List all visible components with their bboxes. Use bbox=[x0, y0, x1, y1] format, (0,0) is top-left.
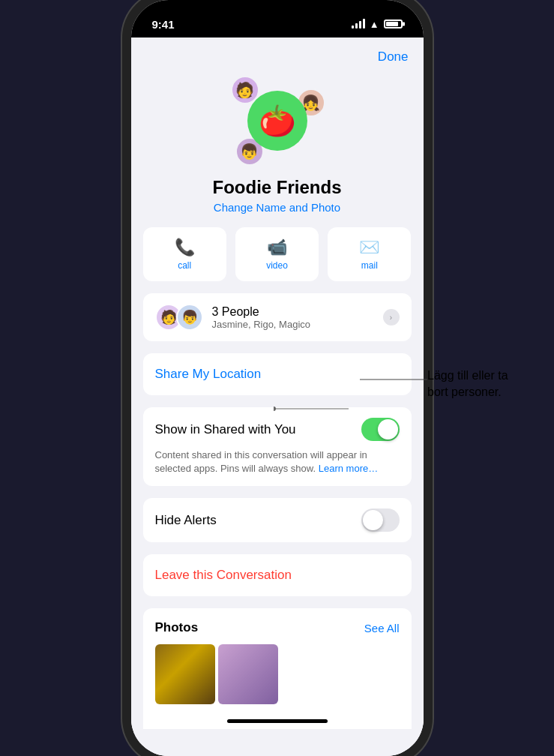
people-names: Jasmine, Rigo, Magico bbox=[212, 319, 383, 330]
group-hero: 🧑 👦 👧 🍅 Foodie Friends Change Name and P… bbox=[131, 64, 424, 227]
share-location-text[interactable]: Share My Location bbox=[155, 367, 262, 381]
toggle-thumb bbox=[378, 419, 398, 440]
mail-icon: ✉️ bbox=[359, 238, 379, 257]
shared-toggle-button[interactable] bbox=[361, 418, 400, 441]
learn-more-link[interactable]: Learn more… bbox=[319, 463, 378, 474]
hide-alerts-label: Hide Alerts bbox=[155, 513, 217, 528]
group-name: Foodie Friends bbox=[212, 177, 341, 198]
wifi-icon: ▲ bbox=[370, 19, 379, 30]
people-chevron-button[interactable]: › bbox=[383, 309, 400, 326]
shared-toggle-label: Show in Shared with You bbox=[155, 422, 296, 437]
video-label: video bbox=[266, 260, 288, 271]
mail-label: mail bbox=[361, 260, 378, 271]
hide-alerts-card: Hide Alerts bbox=[143, 498, 412, 542]
action-buttons: 📞 call 📹 video ✉️ mail bbox=[143, 227, 412, 281]
change-name-link[interactable]: Change Name and Photo bbox=[214, 201, 340, 214]
time-display: 9:41 bbox=[152, 18, 175, 31]
hide-alerts-toggle-thumb bbox=[363, 510, 383, 530]
photos-title: Photos bbox=[155, 620, 199, 635]
people-row: 🧑 👦 3 People Jasmine, Rigo, Magico › bbox=[143, 293, 412, 341]
photos-grid bbox=[155, 644, 400, 704]
content-scroll: Done 🧑 👦 👧 🍅 Foodie Friends Change Name … bbox=[131, 38, 424, 756]
done-button[interactable]: Done bbox=[378, 50, 409, 64]
people-count: 3 People bbox=[212, 305, 383, 319]
video-button[interactable]: 📹 video bbox=[235, 227, 319, 281]
photos-header: Photos See All bbox=[155, 620, 400, 635]
people-card: 🧑 👦 3 People Jasmine, Rigo, Magico › bbox=[143, 293, 412, 341]
shared-with-you-card: Show in Shared with You Content shared i… bbox=[143, 407, 412, 486]
screen: Done 🧑 👦 👧 🍅 Foodie Friends Change Name … bbox=[131, 38, 424, 756]
video-icon: 📹 bbox=[267, 238, 287, 257]
mail-button[interactable]: ✉️ mail bbox=[328, 227, 411, 281]
photo-thumbnail-1[interactable] bbox=[155, 644, 215, 704]
call-button[interactable]: 📞 call bbox=[143, 227, 226, 281]
home-indicator bbox=[227, 719, 328, 723]
leave-conversation-text[interactable]: Leave this Conversation bbox=[155, 568, 292, 582]
people-avatars: 🧑 👦 bbox=[155, 304, 203, 331]
shared-toggle-row: Show in Shared with You bbox=[155, 418, 400, 441]
person-avatar-2: 👦 bbox=[176, 304, 203, 331]
call-label: call bbox=[178, 260, 191, 271]
group-avatar-main: 🍅 bbox=[247, 91, 307, 151]
header-row: Done bbox=[131, 38, 424, 64]
call-icon: 📞 bbox=[175, 238, 195, 257]
photos-section: Photos See All bbox=[143, 608, 412, 704]
battery-icon bbox=[384, 20, 403, 28]
people-info: 3 People Jasmine, Rigo, Magico bbox=[212, 305, 383, 330]
share-location-card[interactable]: Share My Location bbox=[143, 353, 412, 395]
home-indicator-container bbox=[143, 704, 412, 729]
photo-thumbnail-2[interactable] bbox=[218, 644, 278, 704]
status-icons: ▲ bbox=[352, 19, 403, 30]
status-bar: 9:41 ▲ bbox=[131, 0, 424, 38]
leave-conversation-card[interactable]: Leave this Conversation bbox=[143, 554, 412, 596]
chevron-right-icon: › bbox=[390, 314, 392, 322]
shared-toggle-description: Content shared in this conversation will… bbox=[155, 448, 400, 476]
hide-alerts-toggle[interactable] bbox=[361, 508, 400, 532]
signal-icon bbox=[352, 20, 365, 28]
see-all-link[interactable]: See All bbox=[364, 622, 400, 634]
annotation-text: Lägg till eller ta bort personer. bbox=[427, 368, 508, 401]
avatar-cluster: 🧑 👦 👧 🍅 bbox=[225, 72, 330, 170]
